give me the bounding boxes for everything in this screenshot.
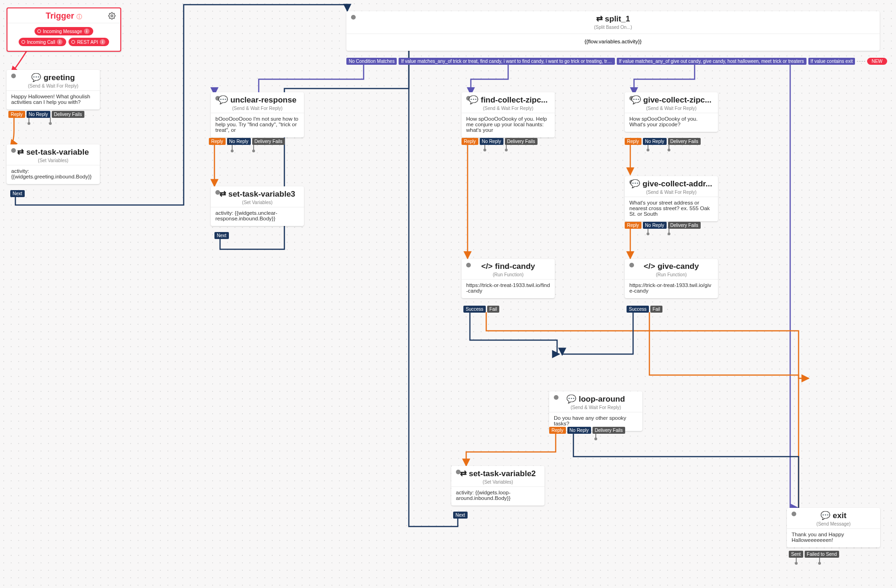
svg-point-16 xyxy=(111,15,113,17)
tag-noreply[interactable]: No Reply xyxy=(227,138,251,145)
svg-point-11 xyxy=(647,232,649,235)
give-collect-zip-widget[interactable]: 💬give-collect-zipc... (Send & Wait For R… xyxy=(625,92,718,132)
node-subtitle: (Set Variables) xyxy=(451,479,544,486)
tag-reply[interactable]: Reply xyxy=(625,222,641,229)
tag-reply[interactable]: Reply xyxy=(209,138,226,145)
tag-fail[interactable]: Fail xyxy=(650,306,662,313)
tag-reply[interactable]: Reply xyxy=(625,138,641,145)
svg-point-3 xyxy=(28,122,30,125)
code-icon: </> xyxy=(644,262,655,271)
node-body: activity: {{widgets.unclear-response.inb… xyxy=(211,207,304,226)
greeting-widget[interactable]: 💬greeting (Send & Wait For Reply) Happy … xyxy=(7,70,100,109)
find-candy-widget[interactable]: </>find-candy (Run Function) https://tri… xyxy=(462,259,555,298)
loop-around-widget[interactable]: 💬loop-around (Send & Wait For Reply) Do … xyxy=(549,391,642,431)
node-title: greeting xyxy=(43,73,75,82)
tag-noreply[interactable]: No Reply xyxy=(27,111,50,118)
set-task-variable-widget[interactable]: ⇄set-task-variable (Set Variables) activ… xyxy=(7,144,100,184)
set-task-variable3-widget[interactable]: ⇄set-task-variable3 (Set Variables) acti… xyxy=(211,186,304,226)
give-collect-addr-widget[interactable]: 💬give-collect-addr... (Send & Wait For R… xyxy=(625,176,718,221)
find-collect-zip-tags: Reply No Reply Delivery Fails xyxy=(462,138,538,145)
node-subtitle: (Run Function) xyxy=(625,272,718,279)
tag-delivery-fails[interactable]: Delivery Fails xyxy=(668,138,701,145)
trigger-pill-incoming-call[interactable]: Incoming Calli xyxy=(19,38,67,46)
node-body: Thank you and Happy Halloweeeeeeen! xyxy=(787,528,880,547)
code-icon: </> xyxy=(481,262,493,271)
node-body: What's your street address or nearest cr… xyxy=(625,197,718,221)
svg-point-15 xyxy=(818,562,821,565)
svg-point-9 xyxy=(647,149,649,151)
condition-give[interactable]: If value matches_any_of give out candy, … xyxy=(617,58,806,65)
chat-icon: 💬 xyxy=(218,95,228,105)
chat-icon: 💬 xyxy=(630,179,640,189)
tag-next[interactable]: Next xyxy=(10,190,25,197)
tag-noreply[interactable]: No Reply xyxy=(643,138,667,145)
gear-icon[interactable] xyxy=(108,12,116,21)
tag-sent[interactable]: Sent xyxy=(789,551,803,558)
tag-reply[interactable]: Reply xyxy=(8,111,25,118)
set-task-variable2-tags: Next xyxy=(453,512,468,519)
tag-delivery-fails[interactable]: Delivery Fails xyxy=(52,111,84,118)
give-candy-widget[interactable]: </>give-candy (Run Function) https://tri… xyxy=(625,259,718,298)
trigger-pill-incoming-message[interactable]: Incoming Messagei xyxy=(34,27,93,35)
node-subtitle: (Run Function) xyxy=(462,272,555,279)
svg-point-7 xyxy=(483,149,486,151)
condition-no-match[interactable]: No Condition Matches xyxy=(346,58,397,65)
switch-icon: ⇄ xyxy=(220,189,226,199)
tag-next[interactable]: Next xyxy=(214,232,229,239)
tag-delivery-fails[interactable]: Delivery Fails xyxy=(252,138,285,145)
tag-fail[interactable]: Fail xyxy=(487,306,499,313)
svg-point-14 xyxy=(795,562,798,565)
find-collect-zip-widget[interactable]: 💬find-collect-zipc... (Send & Wait For R… xyxy=(462,92,555,137)
node-title: give-collect-zipc... xyxy=(643,96,711,105)
node-subtitle: (Send & Wait For Reply) xyxy=(211,106,304,113)
svg-point-4 xyxy=(49,122,52,125)
split-icon: ⇄ xyxy=(596,14,603,24)
node-subtitle: (Send & Wait For Reply) xyxy=(462,106,555,113)
node-subtitle: (Send & Wait For Reply) xyxy=(7,83,100,90)
condition-exit[interactable]: If value contains exit xyxy=(808,58,855,65)
node-body: https://trick-or-treat-1933.twil.io/find… xyxy=(462,279,555,298)
tag-noreply[interactable]: No Reply xyxy=(643,222,667,229)
greeting-tags: Reply No Reply Delivery Fails xyxy=(8,111,84,118)
node-subtitle: (Send & Wait For Reply) xyxy=(549,405,642,412)
find-candy-tags: Success Fail xyxy=(463,306,499,313)
split1-widget[interactable]: ⇄split_1 (Split Based On...) {{flow.vari… xyxy=(346,11,880,51)
svg-point-5 xyxy=(231,150,234,152)
svg-point-10 xyxy=(668,149,670,151)
tag-delivery-fails[interactable]: Delivery Fails xyxy=(593,427,625,434)
node-title: unclear-response xyxy=(230,96,296,105)
node-title: find-candy xyxy=(495,262,535,271)
tag-reply[interactable]: Reply xyxy=(549,427,566,434)
trigger-widget[interactable]: Trigger ⓘ Incoming Messagei Incoming Cal… xyxy=(7,7,121,52)
set-task-variable2-widget[interactable]: ⇄set-task-variable2 (Set Variables) acti… xyxy=(451,466,544,506)
tag-noreply[interactable]: No Reply xyxy=(567,427,591,434)
chat-icon: 💬 xyxy=(31,73,41,82)
exit-widget[interactable]: 💬exit (Send Message) Thank you and Happy… xyxy=(787,508,880,547)
node-subtitle: (Send & Wait For Reply) xyxy=(625,106,718,113)
node-title: set-task-variable2 xyxy=(469,469,536,479)
tag-failed-to-send[interactable]: Failed to Send xyxy=(805,551,840,558)
node-body: Happy Halloween! What ghoulish activitie… xyxy=(7,90,100,109)
node-subtitle: (Set Variables) xyxy=(7,158,100,165)
unclear-response-tags: Reply No Reply Delivery Fails xyxy=(209,138,285,145)
tag-delivery-fails[interactable]: Delivery Fails xyxy=(505,138,538,145)
node-title: give-candy xyxy=(657,262,699,271)
node-title: exit xyxy=(833,511,846,520)
svg-point-8 xyxy=(505,149,508,151)
tag-delivery-fails[interactable]: Delivery Fails xyxy=(668,222,701,229)
node-title: find-collect-zipc... xyxy=(481,96,548,105)
tag-success[interactable]: Success xyxy=(463,306,486,313)
node-subtitle: (Send & Wait For Reply) xyxy=(625,190,718,197)
tag-noreply[interactable]: No Reply xyxy=(480,138,503,145)
split1-conditions: No Condition Matches If value matches_an… xyxy=(346,58,887,65)
switch-icon: ⇄ xyxy=(460,469,467,479)
trigger-pill-rest-api[interactable]: REST APIi xyxy=(69,38,109,46)
tag-next[interactable]: Next xyxy=(453,512,468,519)
new-condition-button[interactable]: NEW xyxy=(867,58,887,65)
tag-reply[interactable]: Reply xyxy=(462,138,478,145)
tag-success[interactable]: Success xyxy=(627,306,649,313)
unclear-response-widget[interactable]: 💬unclear-response (Send & Wait For Reply… xyxy=(211,92,304,137)
condition-find[interactable]: If value matches_any_of trick or treat, … xyxy=(399,58,614,65)
trigger-title: Trigger ⓘ xyxy=(46,11,82,21)
exit-tags: Sent Failed to Send xyxy=(789,551,839,558)
